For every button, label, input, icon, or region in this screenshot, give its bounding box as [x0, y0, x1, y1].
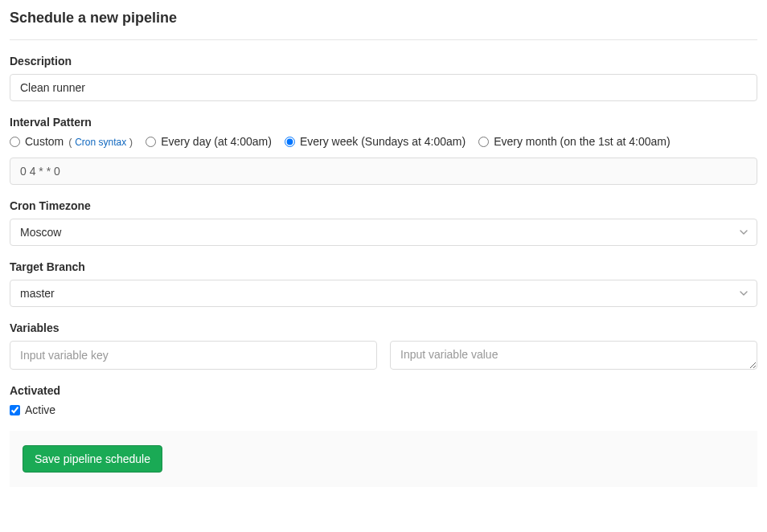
- interval-weekly-label: Every week (Sundays at 4:00am): [300, 135, 466, 148]
- activated-label: Activated: [10, 384, 757, 397]
- interval-radio-daily[interactable]: [146, 137, 156, 147]
- interval-custom-label: Custom: [25, 135, 64, 148]
- cron-syntax-paren: ( Cron syntax ): [68, 136, 133, 148]
- description-input[interactable]: [10, 74, 757, 101]
- activated-group: Activated Active: [10, 384, 757, 416]
- cron-syntax-link[interactable]: Cron syntax: [75, 137, 126, 148]
- interval-label: Interval Pattern: [10, 116, 757, 129]
- description-label: Description: [10, 55, 757, 68]
- timezone-select[interactable]: [10, 219, 757, 246]
- variable-value-input[interactable]: [390, 341, 757, 370]
- interval-option-monthly[interactable]: Every month (on the 1st at 4:00am): [478, 135, 670, 148]
- branch-group: Target Branch: [10, 260, 757, 307]
- active-checkbox-row[interactable]: Active: [10, 403, 757, 416]
- active-checkbox[interactable]: [10, 405, 20, 415]
- timezone-group: Cron Timezone: [10, 199, 757, 246]
- timezone-label: Cron Timezone: [10, 199, 757, 212]
- save-button[interactable]: Save pipeline schedule: [23, 445, 162, 473]
- timezone-select-wrap[interactable]: [10, 219, 757, 246]
- page-title: Schedule a new pipeline: [10, 10, 757, 40]
- branch-select[interactable]: [10, 280, 757, 307]
- cron-expression-input[interactable]: [10, 158, 757, 185]
- interval-option-weekly[interactable]: Every week (Sundays at 4:00am): [285, 135, 466, 148]
- interval-radio-custom[interactable]: [10, 137, 20, 147]
- interval-radio-row: Custom ( Cron syntax ) Every day (at 4:0…: [10, 135, 757, 148]
- interval-option-daily[interactable]: Every day (at 4:00am): [146, 135, 272, 148]
- interval-monthly-label: Every month (on the 1st at 4:00am): [494, 135, 670, 148]
- branch-select-wrap[interactable]: [10, 280, 757, 307]
- variables-label: Variables: [10, 321, 757, 334]
- branch-label: Target Branch: [10, 260, 757, 273]
- variables-group: Variables: [10, 321, 757, 370]
- interval-group: Interval Pattern Custom ( Cron syntax ) …: [10, 116, 757, 185]
- active-checkbox-label: Active: [25, 403, 55, 416]
- form-footer: Save pipeline schedule: [10, 431, 757, 487]
- interval-option-custom[interactable]: Custom ( Cron syntax ): [10, 135, 133, 148]
- variables-row: [10, 341, 757, 370]
- interval-radio-monthly[interactable]: [478, 137, 489, 147]
- interval-radio-weekly[interactable]: [285, 137, 295, 147]
- description-group: Description: [10, 55, 757, 101]
- interval-daily-label: Every day (at 4:00am): [161, 135, 272, 148]
- variable-key-input[interactable]: [10, 341, 377, 370]
